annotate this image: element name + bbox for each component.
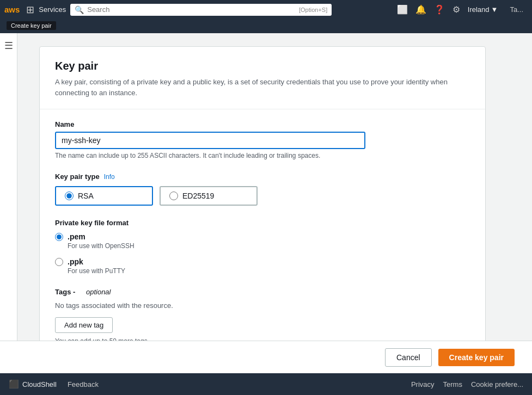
tags-optional: optional (86, 288, 111, 296)
bell-icon[interactable]: 🔔 (415, 4, 426, 15)
page-title: Key pair (55, 60, 470, 72)
breadcrumb-bar: Create key pair (0, 19, 532, 33)
terminal-icon[interactable]: ⬜ (397, 4, 408, 15)
name-section: Name The name can include up to 255 ASCI… (55, 120, 470, 159)
keypair-type-radio-group: RSA ED25519 (55, 186, 470, 206)
region-selector[interactable]: Ireland ▼ (468, 5, 498, 14)
search-input[interactable] (87, 5, 296, 14)
search-shortcut: [Option+S] (299, 7, 327, 13)
ppk-option: .ppk For use with PuTTY (55, 257, 470, 275)
keypair-ed25519-label: ED25519 (182, 192, 214, 200)
private-key-format-section: Private key file format .pem For use wit… (55, 219, 470, 275)
ppk-desc: For use with PuTTY (68, 267, 470, 275)
grid-icon[interactable]: ⊞ (26, 4, 34, 16)
help-icon[interactable]: ❓ (434, 4, 445, 15)
search-bar[interactable]: 🔍 [Option+S] (70, 4, 332, 16)
keypair-type-label: Key pair type Info (55, 172, 470, 181)
tags-section: Tags - optional No tags associated with … (55, 288, 470, 341)
search-icon: 🔍 (75, 5, 84, 14)
action-bar: Cancel Create key pair (0, 341, 532, 373)
tags-label: Tags - optional (55, 288, 470, 296)
breadcrumb-tooltip: Create key pair (7, 21, 56, 30)
name-hint: The name can include up to 255 ASCII cha… (55, 152, 470, 159)
name-input[interactable] (55, 132, 365, 149)
settings-icon[interactable]: ⚙ (452, 4, 460, 15)
main-content: Key pair A key pair, consisting of a pri… (17, 33, 532, 341)
nav-icons: ⬜ 🔔 ❓ ⚙ Ireland ▼ Ta... (397, 4, 528, 15)
private-key-format-label: Private key file format (55, 219, 470, 227)
feedback-link[interactable]: Feedback (68, 380, 99, 388)
add-tag-button[interactable]: Add new tag (55, 317, 113, 333)
keypair-ed25519-radio[interactable] (169, 192, 178, 200)
ppk-radio[interactable] (55, 258, 63, 266)
sidebar-menu-icon[interactable]: ☰ (4, 40, 13, 52)
bottom-bar: ⬛ CloudShell Feedback Privacy Terms Cook… (0, 373, 532, 395)
cloudshell-icon: ⬛ (9, 379, 19, 389)
nav-tab[interactable]: Ta... (505, 5, 528, 14)
create-key-pair-button[interactable]: Create key pair (438, 349, 515, 366)
bottom-right-links: Privacy Terms Cookie prefere... (411, 380, 523, 388)
name-label: Name (55, 120, 470, 128)
keypair-type-section: Key pair type Info RSA ED25519 (55, 172, 470, 206)
no-tags-text: No tags associated with the resource. (55, 301, 470, 310)
keypair-rsa-option[interactable]: RSA (55, 186, 153, 206)
keypair-ed25519-option[interactable]: ED25519 (160, 186, 258, 206)
pem-radio[interactable] (55, 233, 63, 241)
keypair-rsa-label: RSA (78, 192, 94, 200)
page-description: A key pair, consisting of a private key … (55, 77, 470, 98)
sidebar: ☰ (0, 33, 17, 341)
cookie-link[interactable]: Cookie prefere... (471, 380, 523, 388)
private-key-format-options: .pem For use with OpenSSH .ppk For use w… (55, 232, 470, 275)
cloudshell-button[interactable]: ⬛ CloudShell (9, 379, 57, 389)
divider (40, 109, 485, 109)
pem-label: .pem (68, 232, 85, 241)
services-nav[interactable]: Services (39, 5, 66, 14)
keypair-info-link[interactable]: Info (104, 173, 115, 181)
pem-desc: For use with OpenSSH (68, 242, 470, 250)
cancel-button[interactable]: Cancel (385, 348, 432, 367)
aws-logo: aws (4, 5, 20, 14)
ppk-label: .ppk (68, 257, 83, 266)
terms-link[interactable]: Terms (443, 380, 462, 388)
top-nav: aws ⊞ Services 🔍 [Option+S] ⬜ 🔔 ❓ ⚙ Irel… (0, 0, 532, 19)
pem-option: .pem For use with OpenSSH (55, 232, 470, 250)
privacy-link[interactable]: Privacy (411, 380, 435, 388)
keypair-rsa-radio[interactable] (65, 192, 74, 200)
key-pair-card: Key pair A key pair, consisting of a pri… (39, 46, 486, 341)
